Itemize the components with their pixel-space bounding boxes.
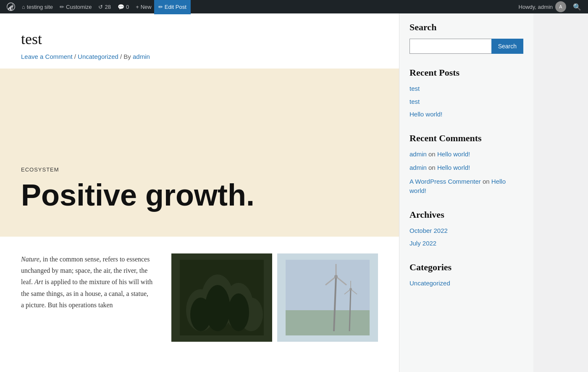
image-windmill xyxy=(277,253,378,342)
comment-author-1[interactable]: admin xyxy=(410,150,427,158)
howdy-section: Howdy, admin A xyxy=(515,1,570,12)
main-content: test Leave a Comment / Uncategorized / B… xyxy=(0,13,399,372)
post-meta: Leave a Comment / Uncategorized / By adm… xyxy=(21,53,378,60)
post-hero: ECOSYSTEM Positive growth. xyxy=(0,69,399,237)
meta-sep1: / xyxy=(73,53,78,60)
comments-link[interactable]: 💬 0 xyxy=(114,0,132,13)
admin-bar: ⌂ testing site ✏ Customize ↺ 28 💬 0 + Ne… xyxy=(0,0,588,13)
post-body: Nature, in the common sense, refers to e… xyxy=(0,237,399,359)
user-avatar[interactable]: A xyxy=(555,1,566,12)
comment-link-2[interactable]: Hello world! xyxy=(437,164,470,171)
author-link[interactable]: admin xyxy=(133,53,150,60)
archive-jul-2022[interactable]: July 2022 xyxy=(410,239,523,248)
image-forest xyxy=(171,253,272,342)
search-input[interactable] xyxy=(410,39,491,54)
recent-post-3[interactable]: Hello world! xyxy=(410,110,523,119)
comment-author-3[interactable]: A WordPress Commenter xyxy=(410,178,481,185)
site-icon: ⌂ xyxy=(22,4,25,10)
search-form: Search xyxy=(410,39,523,54)
leave-comment-link[interactable]: Leave a Comment xyxy=(21,53,73,60)
sidebar: Search Search Recent Posts test test Hel… xyxy=(399,13,533,372)
category-link[interactable]: Uncategorized xyxy=(78,53,118,60)
wp-logo-button[interactable] xyxy=(3,0,18,13)
site-name-link[interactable]: ⌂ testing site xyxy=(18,0,56,13)
recent-comments-heading: Recent Comments xyxy=(410,133,523,144)
edit-post-link[interactable]: ✏ Edit Post xyxy=(155,0,190,13)
archive-oct-2022[interactable]: October 2022 xyxy=(410,226,523,236)
comment-item-2: admin on Hello world! xyxy=(410,163,523,173)
recent-comments-section: Recent Comments admin on Hello world! ad… xyxy=(410,133,523,196)
comments-icon: 💬 xyxy=(118,4,124,10)
hero-heading: Positive growth. xyxy=(21,179,378,211)
recent-post-1[interactable]: test xyxy=(410,84,523,94)
search-button[interactable]: Search xyxy=(491,39,523,54)
revisions-link[interactable]: ↺ 28 xyxy=(95,0,114,13)
new-link[interactable]: + New xyxy=(132,0,155,13)
post-title: test xyxy=(21,30,378,48)
archives-section: Archives October 2022 July 2022 xyxy=(410,209,523,248)
recent-posts-section: Recent Posts test test Hello world! xyxy=(410,67,523,119)
category-uncategorized[interactable]: Uncategorized xyxy=(410,279,523,288)
hero-label: ECOSYSTEM xyxy=(21,166,378,173)
svg-point-14 xyxy=(334,275,338,278)
meta-sep2: / By xyxy=(118,53,133,60)
revisions-icon: ↺ xyxy=(98,4,103,10)
categories-heading: Categories xyxy=(410,262,523,273)
categories-section: Categories Uncategorized xyxy=(410,262,523,288)
svg-point-19 xyxy=(349,288,352,290)
italic-nature: Nature xyxy=(21,256,39,263)
comment-item-1: admin on Hello world! xyxy=(410,150,523,159)
edit-icon: ✏ xyxy=(158,4,163,10)
search-heading: Search xyxy=(410,22,523,33)
admin-search-icon[interactable]: 🔍 xyxy=(570,3,585,11)
customize-link[interactable]: ✏ Customize xyxy=(56,0,95,13)
archives-heading: Archives xyxy=(410,209,523,220)
recent-posts-heading: Recent Posts xyxy=(410,67,523,78)
comment-item-3: A WordPress Commenter on Hello world! xyxy=(410,177,523,196)
new-icon: + xyxy=(136,4,139,10)
comment-link-1[interactable]: Hello world! xyxy=(437,150,470,158)
post-header: test Leave a Comment / Uncategorized / B… xyxy=(0,13,399,69)
search-section: Search Search xyxy=(410,22,523,54)
customize-icon: ✏ xyxy=(60,4,64,10)
svg-rect-8 xyxy=(286,260,370,310)
svg-point-6 xyxy=(205,285,230,331)
comment-author-2[interactable]: admin xyxy=(410,164,427,171)
page-wrapper: test Leave a Comment / Uncategorized / B… xyxy=(0,13,588,372)
svg-point-7 xyxy=(228,293,249,331)
recent-post-2[interactable]: test xyxy=(410,97,523,107)
svg-rect-9 xyxy=(286,310,370,335)
post-body-text: Nature, in the common sense, refers to e… xyxy=(21,253,153,311)
italic-art: Art xyxy=(34,278,43,285)
